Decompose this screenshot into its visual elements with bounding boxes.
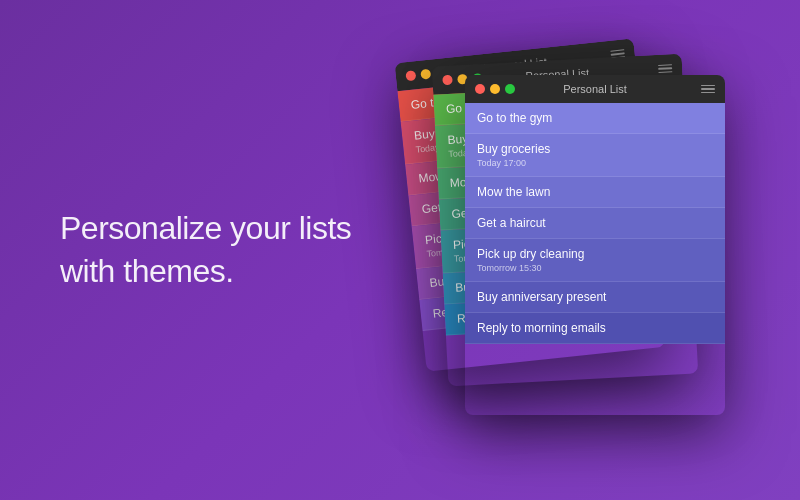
traffic-light-close[interactable] bbox=[475, 84, 485, 94]
item-title: Mow the lawn bbox=[477, 185, 713, 199]
traffic-lights-purple bbox=[475, 84, 515, 94]
menu-icon-purple[interactable] bbox=[701, 85, 715, 94]
item-title: Get a haircut bbox=[477, 216, 713, 230]
traffic-light-minimize[interactable] bbox=[490, 84, 500, 94]
list-item[interactable]: Get a haircut bbox=[465, 208, 725, 239]
app-window-purple: Personal List Go to the gym Buy grocerie… bbox=[465, 75, 725, 415]
menu-line bbox=[658, 64, 672, 66]
menu-icon-green[interactable] bbox=[658, 64, 672, 73]
menu-line bbox=[611, 53, 625, 56]
menu-line bbox=[701, 88, 715, 90]
hero-line1: Personalize your lists bbox=[60, 207, 351, 250]
windows-stack: Personal List Go to the gym Buy g... Tod… bbox=[410, 30, 720, 470]
traffic-light-close[interactable] bbox=[405, 70, 416, 81]
list-purple: Go to the gym Buy groceries Today 17:00 … bbox=[465, 103, 725, 344]
list-item[interactable]: Buy anniversary present bbox=[465, 282, 725, 313]
list-item[interactable]: Mow the lawn bbox=[465, 177, 725, 208]
hero-line2: with themes. bbox=[60, 250, 351, 293]
window-title-purple: Personal List bbox=[563, 83, 627, 95]
item-title: Buy anniversary present bbox=[477, 290, 713, 304]
list-item[interactable]: Pick up dry cleaning Tomorrow 15:30 bbox=[465, 239, 725, 282]
list-item[interactable]: Go to the gym bbox=[465, 103, 725, 134]
menu-line bbox=[610, 49, 624, 52]
menu-line bbox=[701, 85, 715, 87]
traffic-light-minimize[interactable] bbox=[420, 69, 431, 80]
menu-line bbox=[701, 92, 715, 94]
item-title: Pick up dry cleaning bbox=[477, 247, 713, 261]
item-title: Reply to morning emails bbox=[477, 321, 713, 335]
menu-line bbox=[658, 71, 672, 73]
traffic-light-fullscreen[interactable] bbox=[505, 84, 515, 94]
list-item[interactable]: Reply to morning emails bbox=[465, 313, 725, 344]
menu-line bbox=[658, 67, 672, 69]
list-item[interactable]: Buy groceries Today 17:00 bbox=[465, 134, 725, 177]
hero-text: Personalize your lists with themes. bbox=[60, 207, 351, 293]
item-title: Go to the gym bbox=[477, 111, 713, 125]
traffic-light-close[interactable] bbox=[442, 75, 453, 86]
titlebar-purple: Personal List bbox=[465, 75, 725, 103]
item-sub: Today 17:00 bbox=[477, 158, 713, 168]
item-title: Buy groceries bbox=[477, 142, 713, 156]
item-sub: Tomorrow 15:30 bbox=[477, 263, 713, 273]
